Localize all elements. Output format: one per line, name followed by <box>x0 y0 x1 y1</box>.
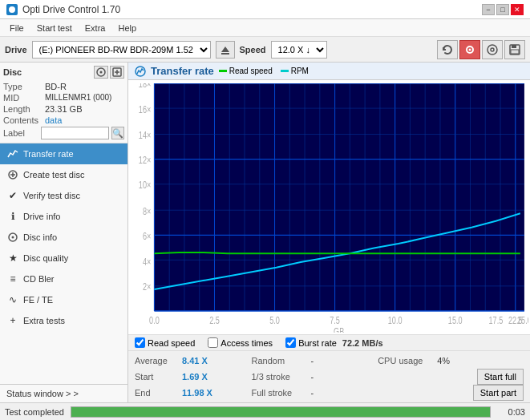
stroke-1-3-label: 1/3 stroke <box>252 372 308 382</box>
nav-transfer-rate[interactable]: Transfer rate <box>0 143 127 164</box>
svg-text:4×: 4× <box>143 256 151 268</box>
svg-point-5 <box>488 45 497 55</box>
checkbox-bar: Read speed Access times Burst rate 72.2 … <box>128 334 530 350</box>
contents-value: data <box>45 115 62 125</box>
svg-text:25.0: 25.0 <box>517 315 528 326</box>
fe-te-icon: ∿ <box>6 293 19 306</box>
contents-label: Contents <box>3 115 45 125</box>
checkbox-burst-rate[interactable] <box>285 337 296 348</box>
type-value: BD-R <box>45 82 67 91</box>
window-controls: − □ ✕ <box>482 4 524 15</box>
settings-button[interactable] <box>459 40 480 59</box>
svg-text:12×: 12× <box>139 155 151 166</box>
svg-text:GB: GB <box>334 325 344 333</box>
type-label: Type <box>3 82 45 91</box>
end-value: 11.98 X <box>182 388 212 398</box>
svg-text:0.0: 0.0 <box>149 315 160 326</box>
legend-read-dot <box>219 70 227 72</box>
drive-toolbar: Drive (E:) PIONEER BD-RW BDR-209M 1.52 S… <box>0 37 530 63</box>
nav-cd-bler[interactable]: ≡ CD Bler <box>0 269 127 289</box>
cb-read-speed-label: Read speed <box>148 338 195 348</box>
progress-bar-fill <box>71 407 490 417</box>
eject-button[interactable] <box>216 41 235 59</box>
status-bar: Test completed 0:03 <box>0 402 530 420</box>
nav-disc-info[interactable]: Disc info <box>0 227 127 248</box>
transfer-title: Transfer rate <box>151 65 214 77</box>
random-value: - <box>311 356 314 365</box>
menu-file[interactable]: File <box>3 22 30 34</box>
app-icon <box>6 4 18 15</box>
refresh-button[interactable] <box>437 40 458 59</box>
random-label: Random <box>252 356 308 365</box>
speed-select[interactable]: 12.0 X ↓ <box>271 41 327 59</box>
disc-button[interactable] <box>482 40 503 59</box>
status-text: Test completed <box>5 407 64 417</box>
nav-drive-info[interactable]: ℹ Drive info <box>0 206 127 227</box>
disc-section: Disc <box>0 63 127 143</box>
speed-label: Speed <box>240 45 266 55</box>
label-label: Label <box>3 128 38 138</box>
start-full-button[interactable]: Start full <box>477 369 524 385</box>
status-window-button[interactable]: Status window > > <box>0 384 127 402</box>
svg-rect-2 <box>221 53 229 55</box>
cb-access-times-label: Access times <box>220 338 273 348</box>
disc-icon-btn-2[interactable] <box>110 66 124 79</box>
legend-read-label: Read speed <box>229 67 273 75</box>
checkbox-read-speed[interactable] <box>135 337 145 348</box>
cb-access-times: Access times <box>208 337 273 348</box>
stats-bar: Average 8.41 X Start 1.69 X End 11.98 X … <box>128 350 530 402</box>
nav-disc-quality[interactable]: ★ Disc quality <box>0 248 127 269</box>
svg-text:17.5: 17.5 <box>489 315 504 326</box>
cb-burst-rate: Burst rate 72.2 MB/s <box>285 337 382 348</box>
svg-text:2×: 2× <box>143 281 151 293</box>
svg-text:5.0: 5.0 <box>269 315 280 326</box>
svg-text:18×: 18× <box>139 83 151 90</box>
save-button[interactable] <box>504 40 525 59</box>
svg-text:14×: 14× <box>139 130 151 141</box>
menu-extra[interactable]: Extra <box>79 22 112 34</box>
start-value: 1.69 X <box>182 372 208 382</box>
nav-cd-bler-label: CD Bler <box>23 274 55 284</box>
label-folder-button[interactable]: 🔍 <box>111 127 124 139</box>
legend-rpm-dot <box>281 70 289 72</box>
nav-extra-tests-label: Extra tests <box>23 316 65 325</box>
nav-verify-test-disc[interactable]: ✔ Verify test disc <box>0 185 127 206</box>
time-text: 0:03 <box>497 407 525 417</box>
nav-verify-test-disc-label: Verify test disc <box>23 191 80 200</box>
drive-select[interactable]: (E:) PIONEER BD-RW BDR-209M 1.52 <box>32 41 211 59</box>
legend-rpm: RPM <box>281 67 309 75</box>
menu-bar: File Start test Extra Help <box>0 19 530 37</box>
main-panel: Transfer rate Read speed RPM <box>128 63 530 402</box>
legend: Read speed RPM <box>219 67 309 75</box>
minimize-button[interactable]: − <box>482 4 495 15</box>
nav-fe-te[interactable]: ∿ FE / TE <box>0 289 127 310</box>
average-label: Average <box>135 356 179 365</box>
menu-help[interactable]: Help <box>111 22 143 34</box>
full-stroke-label: Full stroke <box>252 388 308 398</box>
menu-start-test[interactable]: Start test <box>30 22 79 34</box>
drive-label: Drive <box>5 45 27 55</box>
nav-fe-te-label: FE / TE <box>23 295 53 305</box>
transfer-header: Transfer rate Read speed RPM <box>128 63 530 80</box>
svg-text:6×: 6× <box>143 230 151 241</box>
transfer-rate-header-icon <box>135 66 146 77</box>
svg-rect-8 <box>512 45 516 48</box>
app-title: Opti Drive Control 1.70 <box>22 4 120 15</box>
cb-read-speed: Read speed <box>135 337 195 348</box>
cb-burst-rate-label: Burst rate <box>298 338 337 348</box>
nav-create-test-disc[interactable]: Create test disc <box>0 164 127 185</box>
label-input[interactable] <box>41 127 109 139</box>
nav-disc-info-label: Disc info <box>23 232 57 242</box>
nav-extra-tests[interactable]: + Extra tests <box>0 310 127 331</box>
nav-drive-info-label: Drive info <box>23 212 60 221</box>
disc-quality-icon: ★ <box>6 252 19 265</box>
create-test-disc-icon <box>6 168 19 181</box>
disc-icon-btn-1[interactable] <box>94 66 108 79</box>
close-button[interactable]: ✕ <box>511 4 524 15</box>
checkbox-access-times[interactable] <box>208 337 218 348</box>
mid-label: MID <box>3 93 45 103</box>
start-part-button[interactable]: Start part <box>473 385 524 401</box>
maximize-button[interactable]: □ <box>496 4 509 15</box>
length-value: 23.31 GB <box>45 104 82 114</box>
start-label: Start <box>135 372 179 382</box>
